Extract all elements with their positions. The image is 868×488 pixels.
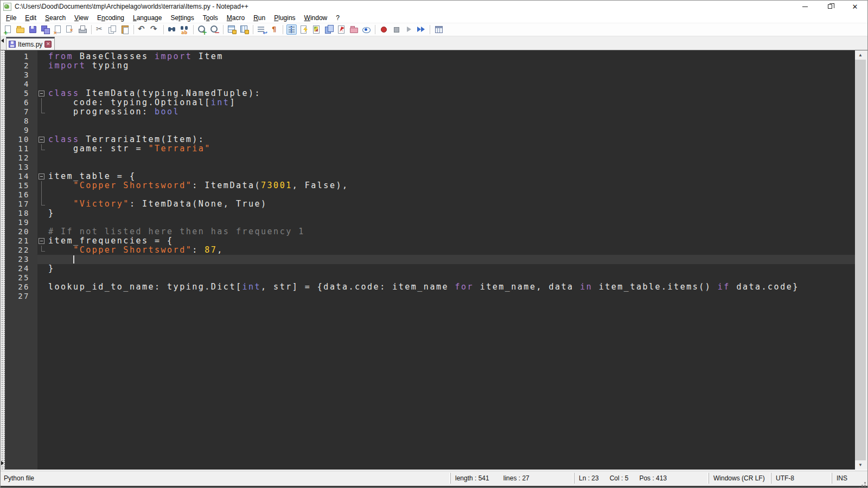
restore-button[interactable] xyxy=(818,1,843,12)
restore-icon xyxy=(828,4,832,9)
line-number: 22 xyxy=(5,246,37,255)
close-icon: ✕ xyxy=(852,3,858,10)
status-line: Ln : 23 xyxy=(579,473,599,484)
toolbar-separator xyxy=(163,25,164,34)
copy-icon[interactable] xyxy=(107,24,118,35)
save-macro-icon[interactable] xyxy=(433,24,444,35)
resize-grip[interactable] xyxy=(856,471,867,486)
code-line-9: 9 xyxy=(5,126,855,135)
find-icon[interactable] xyxy=(167,24,177,35)
status-encoding[interactable]: UTF-8 xyxy=(771,473,832,484)
function-list-icon[interactable] xyxy=(299,24,309,35)
menu-encoding[interactable]: Encoding xyxy=(93,13,129,23)
menu-search[interactable]: Search xyxy=(41,13,70,23)
line-number: 23 xyxy=(5,255,37,264)
document-map-icon[interactable] xyxy=(311,24,322,35)
macro-record-icon[interactable] xyxy=(379,24,389,35)
fold-collapse-icon[interactable] xyxy=(37,89,48,98)
line-number: 9 xyxy=(5,126,37,135)
toolbar-separator xyxy=(193,25,194,34)
code-line-7: 7 progression: bool xyxy=(5,107,855,117)
save-all-icon[interactable] xyxy=(40,24,50,35)
menu-language[interactable]: Language xyxy=(129,13,166,23)
fold-margin xyxy=(37,98,48,107)
minimize-button[interactable] xyxy=(793,1,818,12)
dock-arrow-right-icon[interactable] xyxy=(1,461,4,465)
status-bar: Python file length : 541 lines : 27 Ln :… xyxy=(1,470,867,486)
scroll-down-icon[interactable]: ▼ xyxy=(855,460,866,470)
tab-items-py[interactable]: Items.py ✕ xyxy=(6,37,55,50)
tab-close-icon[interactable]: ✕ xyxy=(44,41,52,48)
code-line-5: 5class ItemData(typing.NamedTuple): xyxy=(5,89,855,98)
new-file-icon[interactable] xyxy=(3,24,13,35)
line-number: 15 xyxy=(5,181,37,190)
code-editor[interactable]: 1from BaseClasses import Item2import typ… xyxy=(5,50,855,470)
fold-margin xyxy=(37,282,48,292)
sync-vertical-icon[interactable] xyxy=(227,24,237,35)
status-length: length : 541 xyxy=(455,473,489,484)
macro-stop-icon[interactable] xyxy=(391,24,401,35)
paste-icon[interactable] xyxy=(120,24,130,35)
sync-horizontal-icon[interactable] xyxy=(239,24,250,35)
status-eol-format[interactable]: Windows (CR LF) xyxy=(709,473,771,484)
scroll-up-icon[interactable]: ▲ xyxy=(855,50,866,60)
close-doc-icon[interactable] xyxy=(53,24,63,35)
macro-play-icon[interactable] xyxy=(404,24,414,35)
zoom-in-icon[interactable] xyxy=(197,24,207,35)
menu-view[interactable]: View xyxy=(70,13,93,23)
replace-icon[interactable] xyxy=(180,24,190,35)
fold-margin xyxy=(37,107,48,117)
code-text: class ItemData(typing.NamedTuple): xyxy=(48,89,261,98)
fold-margin xyxy=(37,246,48,255)
code-line-6: 6 code: typing.Optional[int] xyxy=(5,98,855,107)
fold-margin xyxy=(37,163,48,172)
menu-window[interactable]: Window xyxy=(300,13,332,23)
doc-list-icon[interactable] xyxy=(324,24,334,35)
show-all-chars-icon[interactable] xyxy=(269,24,279,35)
fold-collapse-icon[interactable] xyxy=(37,236,48,246)
menu-file[interactable]: File xyxy=(2,13,21,23)
save-icon[interactable] xyxy=(28,24,38,35)
menu-macro[interactable]: Macro xyxy=(222,13,249,23)
print-icon[interactable] xyxy=(78,24,88,35)
open-folder-icon[interactable] xyxy=(15,24,25,35)
undo-icon[interactable] xyxy=(137,24,148,35)
tab-scroll-left-icon[interactable] xyxy=(1,38,4,43)
close-button[interactable]: ✕ xyxy=(843,1,867,12)
menu-plugins[interactable]: Plugins xyxy=(270,13,299,23)
code-line-25: 25 xyxy=(5,273,855,282)
status-typing-mode[interactable]: INS xyxy=(832,473,856,484)
fold-collapse-icon[interactable] xyxy=(37,135,48,144)
menu-edit[interactable]: Edit xyxy=(21,13,41,23)
tab-label: Items.py xyxy=(18,41,42,48)
code-line-1: 1from BaseClasses import Item xyxy=(5,52,855,61)
code-line-18: 18} xyxy=(5,209,855,218)
fold-margin xyxy=(37,126,48,135)
menu-settings[interactable]: Settings xyxy=(166,13,198,23)
close-all-docs-icon[interactable] xyxy=(65,24,75,35)
window-bottom-border xyxy=(1,486,867,487)
indent-guide-icon[interactable] xyxy=(286,24,297,35)
fold-margin xyxy=(37,153,48,163)
code-line-22: 22 "Copper Shortsword": 87, xyxy=(5,246,855,255)
fold-collapse-icon[interactable] xyxy=(37,172,48,181)
line-number: 7 xyxy=(5,107,37,117)
code-line-26: 26lookup_id_to_name: typing.Dict[int, st… xyxy=(5,282,855,292)
menu-run[interactable]: Run xyxy=(249,13,270,23)
doc-red-marker-icon[interactable] xyxy=(336,24,347,35)
menu-help[interactable]: ? xyxy=(331,13,344,23)
macro-run-multiple-icon[interactable] xyxy=(416,24,426,35)
dock-grip-strip[interactable] xyxy=(1,50,5,470)
fold-margin xyxy=(37,144,48,153)
vertical-scrollbar[interactable]: ▲ ▼ xyxy=(855,50,866,470)
fold-margin xyxy=(37,181,48,190)
folder-monitor-icon[interactable] xyxy=(349,24,359,35)
line-number: 12 xyxy=(5,153,37,163)
redo-icon[interactable] xyxy=(150,24,160,35)
monitoring-eye-icon[interactable] xyxy=(361,24,372,35)
code-text: from BaseClasses import Item xyxy=(48,52,224,61)
menu-tools[interactable]: Tools xyxy=(199,13,222,23)
cut-icon[interactable] xyxy=(95,24,105,35)
zoom-out-icon[interactable] xyxy=(209,24,220,35)
word-wrap-icon[interactable] xyxy=(257,24,267,35)
